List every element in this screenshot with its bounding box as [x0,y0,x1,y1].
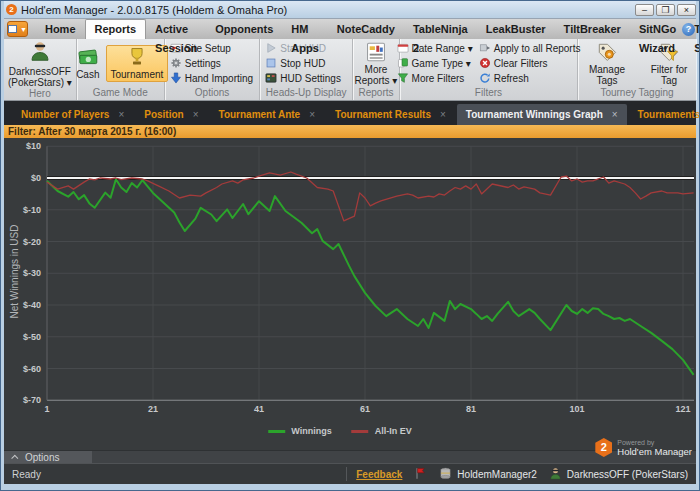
cards-icon [397,57,409,71]
svg-text:$-30: $-30 [23,268,41,278]
powered-by-badge: 2 Powered by Hold'em Manager [595,438,692,457]
flag-icon [414,467,427,482]
svg-text:$0: $0 [31,173,41,183]
allin-ev-swatch-icon [352,430,369,433]
report-tab-position[interactable]: Position× [135,104,207,125]
ribbon-tab-sitngo-wizard[interactable]: SitNGo Wizard [630,20,685,39]
bar-chart-icon [366,42,386,64]
settings-button[interactable]: Settings [170,56,221,71]
svg-text:$-50: $-50 [23,332,41,342]
svg-text:$-60: $-60 [23,364,41,374]
svg-text:$-10: $-10 [23,205,41,215]
divider [346,467,347,481]
tab-close-icon[interactable]: × [118,109,124,120]
minimize-button[interactable]: – [635,4,654,16]
feedback-link[interactable]: Feedback [356,469,402,480]
account-indicator[interactable]: HoldemManager2 [439,467,537,482]
close-button[interactable]: × [677,4,696,16]
status-bar: Ready Feedback HoldemManager2 DarknessOF… [4,463,696,484]
group-caption-reports: Reports [355,87,397,100]
tab-close-icon[interactable]: × [309,109,315,120]
hero-avatar-icon [29,40,51,66]
ribbon: DarknessOFF (PokerStars) ▾ Hero Cash Tou… [4,39,696,101]
chart-legend: Winnings All-In EV [268,426,411,436]
winnings-graph-panel: Net Winnings in USD $10$0$-10$-20$-30$-4… [4,138,696,450]
stop-icon [265,57,277,71]
more-filters-button[interactable]: More Filters [397,71,473,86]
help-icon[interactable]: ? [682,23,695,36]
group-caption-filters: Filters [402,87,575,100]
hm2-logo-icon: 2 [6,4,17,15]
ribbon-tab-notecaddy[interactable]: NoteCaddy [328,20,404,39]
funnel-icon [397,72,409,86]
ribbon-group-filters: Date Range ▾ Game Type ▾ More Filters [400,39,578,100]
hud-settings-icon [265,72,277,86]
winnings-chart: $10$0$-10$-20$-30$-40$-50$-60$-701214161… [4,138,698,450]
group-caption-hero: Hero [6,88,74,100]
ribbon-tab-opponents[interactable]: Opponents [206,20,282,39]
clear-filters-button[interactable]: Clear Filters [479,56,581,71]
chevron-down-icon: ▼ [20,26,27,33]
play-icon [265,42,277,56]
report-tab-number-of-players[interactable]: Number of Players× [12,104,133,125]
trophy-icon [127,47,147,69]
app-menu-icon [8,25,17,33]
refresh-button[interactable]: Refresh [479,71,581,86]
ribbon-tab-reports[interactable]: Reports [85,19,147,39]
apply-to-all-reports-button[interactable]: Apply to all Reports [479,41,581,56]
ribbon-tab-home[interactable]: Home [36,20,85,39]
tab-close-icon[interactable]: × [193,109,199,120]
options-toggle[interactable]: Options [4,451,92,463]
tab-close-icon[interactable]: × [440,109,446,120]
legend-item-allin-ev: All-In EV [352,426,412,436]
legend-item-winnings: Winnings [268,426,331,436]
date-range-button[interactable]: Date Range ▾ [397,41,473,56]
hm2-hex-logo-icon: 2 [595,438,612,457]
ribbon-group-tagging: Manage Tags Filter for Tag Tourney Taggi… [578,39,696,100]
tab-close-icon[interactable]: × [612,109,618,120]
svg-text:81: 81 [466,404,476,414]
calendar-icon [397,42,409,56]
ribbon-tab-active-session[interactable]: Active Session [146,20,206,39]
group-caption-tagging: Tourney Tagging [580,87,694,100]
svg-text:1: 1 [44,404,49,414]
winnings-swatch-icon [268,430,285,433]
stop-hud-button[interactable]: Stop HUD [265,56,325,71]
report-tab-tournament-ante[interactable]: Tournament Ante× [210,104,325,125]
group-caption-game-mode: Game Mode [79,87,162,100]
svg-text:$-20: $-20 [23,237,41,247]
ribbon-tab-hm-apps[interactable]: HM Apps [282,20,328,39]
game-type-button[interactable]: Game Type ▾ [397,56,473,71]
cash-icon [77,47,99,69]
report-tab-tournament-winnings-graph[interactable]: Tournament Winnings Graph× [457,104,627,125]
hud-settings-button[interactable]: HUD Settings [265,71,341,86]
more-reports-button[interactable]: More Reports ▾ [350,41,402,87]
ribbon-tab-row: ▼ HomeReportsActive SessionOpponentsHM A… [4,18,696,39]
hand-importing-button[interactable]: Hand Importing [170,71,253,86]
ribbon-group-game-mode: Cash Tournament Game Mode [77,39,165,100]
app-window: 2 Hold'em Manager - 2.0.0.8175 (Holdem &… [0,0,700,491]
svg-text:21: 21 [148,404,158,414]
svg-text:$-40: $-40 [23,300,41,310]
report-tab-tournament-results[interactable]: Tournament Results× [326,104,455,125]
hero-avatar-small-icon [549,467,562,482]
cash-button[interactable]: Cash [72,46,103,81]
hero-indicator[interactable]: DarknessOFF (PokerStars) [549,467,688,482]
svg-text:41: 41 [254,404,264,414]
ribbon-tab-tiltbreaker[interactable]: TiltBreaker [555,20,630,39]
ribbon-tab-tableninja-2[interactable]: TableNinja 2 [404,20,477,39]
report-tab-tournaments[interactable]: Tournaments× [629,104,700,125]
window-title: Hold'em Manager - 2.0.0.8175 (Holdem & O… [21,4,635,16]
refresh-icon [479,72,491,86]
svg-text:$-70: $-70 [23,395,41,405]
report-tab-bar: Number of Players×Position×Tournament An… [4,101,696,125]
svg-text:61: 61 [360,404,370,414]
ribbon-tab-leakbuster[interactable]: LeakBuster [477,20,555,39]
maximize-button[interactable]: ❐ [656,4,675,16]
manage-tags-button[interactable]: Manage Tags [579,41,635,87]
ribbon-group-reports: More Reports ▾ Reports [353,39,400,100]
import-down-arrow-icon [170,72,182,86]
svg-text:$10: $10 [26,141,41,151]
hero-player-button[interactable]: DarknessOFF (PokerStars) ▾ [6,66,74,88]
app-menu-button[interactable]: ▼ [7,21,28,37]
